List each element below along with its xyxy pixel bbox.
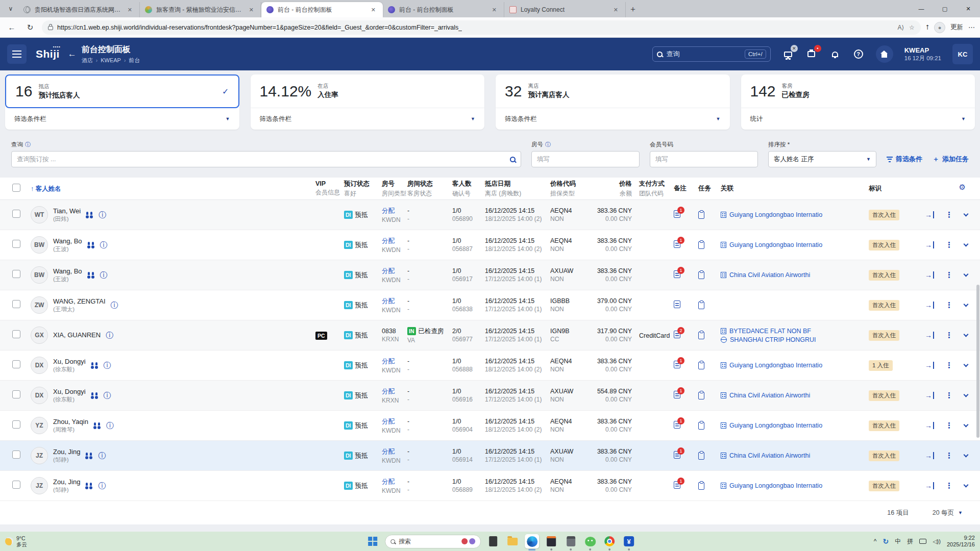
stat-card-departures[interactable]: 32 离店 预计离店客人 筛选条件栏 ▼ [496,74,730,130]
notes-button[interactable]: 1 [674,481,680,489]
start-button[interactable] [365,534,380,548]
column-room[interactable]: 房号房间类型 [382,180,407,198]
info-icon[interactable]: ⓘ [104,361,111,370]
help-button[interactable]: ? [852,48,865,60]
table-row[interactable]: YZ Zhou, Yaqin (周雅琴) ⓘ DI预抵 分配 KWDN - - … [0,411,980,441]
refresh-button[interactable]: ↻ [23,21,37,34]
taskbar-finance-app[interactable]: ¥ [622,534,636,548]
row-menu-kebab-icon[interactable]: ⋮ [945,361,953,370]
guest-name[interactable]: Wang, Bo [53,237,82,245]
row-expand-chevron-icon[interactable] [964,212,969,217]
check-in-icon[interactable]: → [925,391,934,399]
relation-link[interactable]: Guiyang Longdongbao Internatio [721,482,869,489]
companions-icon[interactable] [91,392,99,399]
guest-name[interactable]: Zou, Jing [53,448,80,456]
relation-link[interactable]: China Civil Aviation Airworthi [721,271,869,279]
filter-conditions-button[interactable]: 筛选条件 [887,151,922,167]
table-settings-gear-icon[interactable]: ⚙ [959,183,966,192]
browser-menu-icon[interactable]: ⋯ [968,23,975,31]
column-tasks[interactable]: 任务 [698,184,721,193]
taskbar-calculator-app[interactable] [564,534,578,548]
address-bar[interactable]: https://cn1.web.ep.shiji.world/individua… [42,20,921,35]
ime-mode-indicator[interactable]: 拼 [907,537,913,546]
room-assign-link[interactable]: 分配 [382,478,407,486]
row-menu-kebab-icon[interactable]: ⋮ [945,270,953,280]
info-icon[interactable]: ⓘ [100,240,108,250]
taskbar-search-input[interactable]: 搜索 [385,535,481,548]
table-row[interactable]: JZ Zou, Jing (邹静) ⓘ DI预抵 分配 KWDN - - 1/0… [0,471,980,501]
info-icon[interactable]: ⓘ [25,141,31,148]
favorites-bar-icon[interactable]: ⭡ [926,23,929,32]
row-menu-kebab-icon[interactable]: ⋮ [945,300,953,310]
vertical-scrollbar[interactable] [976,285,979,438]
check-in-icon[interactable]: → [925,271,934,279]
row-checkbox[interactable] [12,360,20,368]
browser-tab-2[interactable]: 旅客查询 - 紫楠旅馆业治安信息管 ✕ [140,2,261,17]
breadcrumb-frontdesk[interactable]: 前台 [129,57,140,64]
relation-link[interactable]: Guiyang Longdongbao Internatio [721,422,869,429]
info-icon[interactable]: ⓘ [111,300,118,310]
companions-icon[interactable] [91,362,99,369]
relation-link[interactable]: Guiyang Longdongbao Internatio [721,211,869,218]
tab-search-button[interactable]: ∨ [3,2,18,15]
companions-icon[interactable] [87,272,95,279]
filter-bar-dropdown[interactable]: 筛选条件栏 ▼ [251,108,485,130]
property-info[interactable]: KWEAP 16 12月 09:21 [904,46,941,62]
notes-button[interactable]: 1 [674,361,680,368]
favorite-star-icon[interactable]: ☆ [909,24,915,31]
browser-tab-4[interactable]: 前台 - 前台控制面板 ✕ [383,2,504,17]
column-reservation-status[interactable]: 预订状态喜好 [344,180,382,198]
tasks-clipboard-icon[interactable] [698,452,704,460]
info-icon[interactable]: ⓘ [99,210,106,220]
row-menu-kebab-icon[interactable]: ⋮ [945,210,953,219]
notes-button[interactable]: 1 [674,451,680,459]
sort-by-select[interactable]: 客人姓名 正序 ▼ [768,151,876,167]
breadcrumb-hotel[interactable]: 酒店 [82,57,93,64]
column-price[interactable]: 价格余额 [586,180,632,198]
column-notes[interactable]: 备注 [674,184,698,193]
relation-link[interactable]: China Civil Aviation Airworthi [721,392,869,399]
add-task-button[interactable]: ＋ 添加任务 [933,151,969,167]
table-row[interactable]: JZ Zou, Jing (邹静) ⓘ DI预抵 分配 KWDN - - 1/0… [0,441,980,471]
info-icon[interactable]: ⓘ [98,451,106,461]
row-expand-chevron-icon[interactable] [964,272,969,277]
row-expand-chevron-icon[interactable] [964,302,969,307]
row-checkbox[interactable] [12,420,20,429]
browser-tab-5[interactable]: Loyalty Connect ✕ [504,2,626,17]
guest-name[interactable]: Tian, Wei [53,207,81,215]
room-assign-link[interactable]: 分配 [382,297,407,306]
tab-close-icon[interactable]: ✕ [369,6,378,14]
tab-close-icon[interactable]: ✕ [490,6,499,14]
tasks-clipboard-icon[interactable] [698,241,704,249]
filter-bar-dropdown[interactable]: 筛选条件栏 ▼ [496,108,730,130]
notes-button[interactable]: 1 [674,210,680,218]
back-arrow-icon[interactable]: ← [68,49,77,59]
check-in-icon[interactable]: → [925,482,934,490]
room-assign-link[interactable]: 0838 [382,328,407,335]
member-number-input[interactable]: 填写 [650,151,758,167]
room-assign-link[interactable]: 分配 [382,237,407,245]
room-assign-link[interactable]: 分配 [382,357,407,366]
window-minimize-button[interactable]: — [910,0,933,17]
tray-overflow-chevron[interactable]: ^ [874,538,877,545]
relation-link[interactable]: Guiyang Longdongbao Internatio [721,362,869,369]
row-checkbox[interactable] [12,481,20,489]
column-vip[interactable]: VIP会员信息 [315,180,344,197]
room-assign-link[interactable]: 分配 [382,267,407,276]
guest-name[interactable]: XIA, GUANREN [53,331,101,339]
tasks-clipboard-icon[interactable] [698,362,704,369]
tasks-clipboard-icon[interactable] [698,422,704,430]
row-expand-chevron-icon[interactable] [964,453,969,458]
taskbar-chrome-app[interactable] [602,534,617,548]
select-all-checkbox[interactable] [12,184,20,192]
companions-icon[interactable] [86,212,93,218]
check-in-icon[interactable]: → [925,361,934,369]
taskbar-wechat-app[interactable] [583,534,597,548]
reservation-search-input[interactable]: 查询预订按 ... [11,151,521,167]
taskbar-file-explorer-app[interactable] [505,534,520,548]
browser-tab-3-active[interactable]: 前台 - 前台控制面板 ✕ [261,2,383,17]
info-icon[interactable]: ⓘ [104,391,111,400]
check-in-icon[interactable]: → [925,452,934,460]
row-checkbox[interactable] [12,240,20,248]
notes-button[interactable]: 1 [674,421,680,429]
